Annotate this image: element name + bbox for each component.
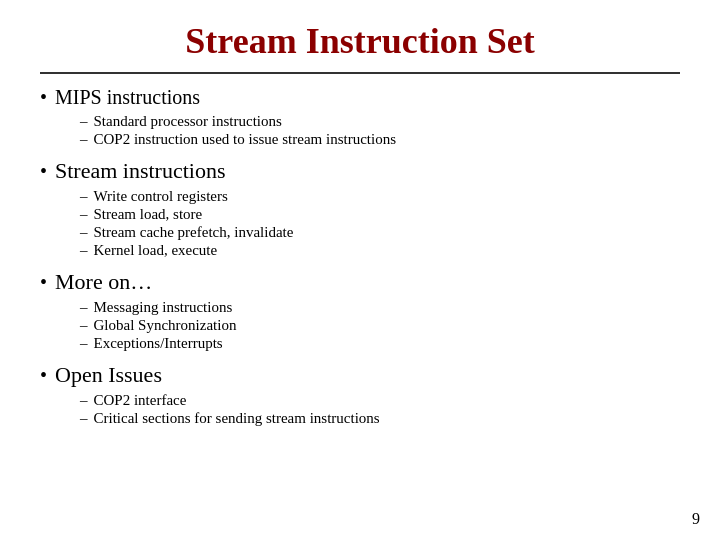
sub-bullet-text-stream-3: Stream cache prefetch, invalidate (94, 224, 294, 241)
section-mips: • MIPS instructions – Standard processor… (40, 86, 680, 148)
section-stream: • Stream instructions – Write control re… (40, 158, 680, 259)
bullet-dot-open: • (40, 364, 47, 387)
sub-bullet-text-mips-2: COP2 instruction used to issue stream in… (94, 131, 396, 148)
bullet-dot-stream: • (40, 160, 47, 183)
dash-moreon-2: – (80, 317, 88, 334)
sub-bullet-stream-2: – Stream load, store (80, 206, 680, 223)
sub-bullet-moreon-1: – Messaging instructions (80, 299, 680, 316)
slide: Stream Instruction Set • MIPS instructio… (0, 0, 720, 540)
sub-bullet-moreon-3: – Exceptions/Interrupts (80, 335, 680, 352)
main-bullet-text-moreon: More on… (55, 269, 152, 295)
main-bullet-stream: • Stream instructions (40, 158, 680, 184)
sub-bullet-text-open-1: COP2 interface (94, 392, 187, 409)
slide-title: Stream Instruction Set (40, 20, 680, 62)
slide-content: • MIPS instructions – Standard processor… (40, 86, 680, 520)
sub-bullet-mips-2: – COP2 instruction used to issue stream … (80, 131, 680, 148)
sub-bullet-text-moreon-2: Global Synchronization (94, 317, 237, 334)
main-bullet-mips: • MIPS instructions (40, 86, 680, 109)
dash-moreon-1: – (80, 299, 88, 316)
sub-bullet-text-open-2: Critical sections for sending stream ins… (94, 410, 380, 427)
sub-bullet-text-stream-2: Stream load, store (94, 206, 203, 223)
dash-mips-2: – (80, 131, 88, 148)
dash-stream-1: – (80, 188, 88, 205)
main-bullet-text-mips: MIPS instructions (55, 86, 200, 109)
section-moreon: • More on… – Messaging instructions – Gl… (40, 269, 680, 352)
sub-bullet-mips-1: – Standard processor instructions (80, 113, 680, 130)
sub-bullet-open-2: – Critical sections for sending stream i… (80, 410, 680, 427)
sub-bullet-stream-4: – Kernel load, execute (80, 242, 680, 259)
sub-bullet-open-1: – COP2 interface (80, 392, 680, 409)
sub-bullets-mips: – Standard processor instructions – COP2… (80, 113, 680, 148)
sub-bullet-text-moreon-1: Messaging instructions (94, 299, 233, 316)
dash-open-2: – (80, 410, 88, 427)
section-open: • Open Issues – COP2 interface – Critica… (40, 362, 680, 427)
sub-bullets-moreon: – Messaging instructions – Global Synchr… (80, 299, 680, 352)
sub-bullet-moreon-2: – Global Synchronization (80, 317, 680, 334)
dash-stream-4: – (80, 242, 88, 259)
dash-moreon-3: – (80, 335, 88, 352)
sub-bullet-stream-3: – Stream cache prefetch, invalidate (80, 224, 680, 241)
sub-bullets-open: – COP2 interface – Critical sections for… (80, 392, 680, 427)
sub-bullet-text-moreon-3: Exceptions/Interrupts (94, 335, 223, 352)
dash-mips-1: – (80, 113, 88, 130)
sub-bullet-text-stream-1: Write control registers (94, 188, 228, 205)
main-bullet-moreon: • More on… (40, 269, 680, 295)
dash-stream-2: – (80, 206, 88, 223)
sub-bullets-stream: – Write control registers – Stream load,… (80, 188, 680, 259)
sub-bullet-stream-1: – Write control registers (80, 188, 680, 205)
dash-stream-3: – (80, 224, 88, 241)
main-bullet-text-stream: Stream instructions (55, 158, 225, 184)
main-bullet-text-open: Open Issues (55, 362, 162, 388)
sub-bullet-text-mips-1: Standard processor instructions (94, 113, 282, 130)
dash-open-1: – (80, 392, 88, 409)
page-number: 9 (692, 510, 700, 528)
main-bullet-open: • Open Issues (40, 362, 680, 388)
bullet-dot-mips: • (40, 86, 47, 109)
bullet-dot-moreon: • (40, 271, 47, 294)
title-divider (40, 72, 680, 74)
sub-bullet-text-stream-4: Kernel load, execute (94, 242, 218, 259)
